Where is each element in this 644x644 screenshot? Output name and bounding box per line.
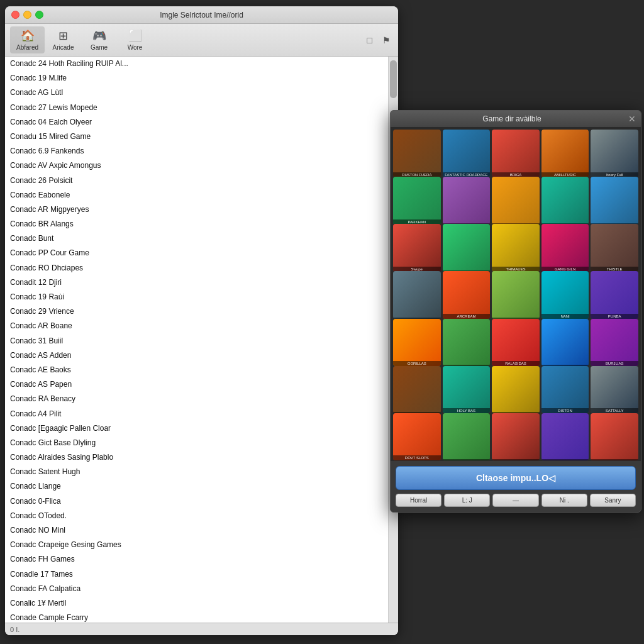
status-text: 0 I. [10, 626, 19, 633]
list-item[interactable]: Conadc 04 Ealch Olyeer [5, 115, 388, 130]
game-tile[interactable]: NANI [541, 271, 589, 319]
list-item[interactable]: Conadc OToded. [5, 509, 388, 523]
tile-label: NANI [541, 314, 589, 319]
game-tile[interactable]: RUSTON FUERA [393, 130, 441, 177]
game-tile[interactable]: SATTALLY [591, 366, 638, 414]
dialog-secondary-button[interactable]: Ni . [541, 494, 587, 507]
game-tile[interactable] [443, 177, 491, 225]
game-tile[interactable]: PARKHAN [393, 177, 441, 225]
list-item[interactable]: Conadc A4 Pilit [5, 407, 388, 421]
toolbar-abfared[interactable]: 🏠 Abfared [10, 26, 45, 53]
list-item[interactable]: Conade Cample Fcarry [5, 611, 388, 623]
dialog-close-button[interactable]: ✕ [628, 114, 636, 124]
list-item[interactable]: Conadc PP Cour Game [5, 246, 388, 260]
view-button[interactable]: □ [365, 34, 375, 47]
list-item[interactable]: Conadc 19 M.life [5, 71, 388, 86]
close-button[interactable] [11, 11, 19, 19]
game-tile[interactable] [591, 177, 638, 225]
dialog-secondary-button[interactable]: — [492, 494, 538, 507]
dialog-secondary-button[interactable]: L: J [444, 494, 490, 507]
list-item[interactable]: Conadc RA Benacy [5, 392, 388, 406]
list-item[interactable]: Conadc 26 Polsicit [5, 174, 388, 188]
list-panel[interactable]: Conadc 24 Hoth Raciling RUIP Al...Conadc… [5, 57, 389, 623]
game-tile[interactable]: BURJLIAS [591, 319, 638, 367]
list-item[interactable]: Conadc 31 Buiil [5, 334, 388, 348]
list-item[interactable]: Conadc [Egaagic Pallen Cloar [5, 421, 388, 436]
game-tile[interactable] [443, 319, 491, 367]
game-tile[interactable] [541, 413, 589, 461]
list-item[interactable]: Conadc 6.9 Fankends [5, 144, 388, 158]
game-tile[interactable]: GANG GILN [541, 224, 589, 272]
toolbar-wore[interactable]: ⬜ Wore [118, 26, 152, 53]
main-window: Imgle Selrictout Ime//orid 🏠 Abfared ⊞ A… [5, 6, 398, 635]
list-item[interactable]: Conadc FA Calpatica [5, 582, 388, 596]
dialog-title: Game dir avàilble [396, 114, 628, 123]
game-tile[interactable] [541, 177, 589, 225]
list-item[interactable]: Conadc 27 Lewis Mopede [5, 101, 388, 115]
flag-button[interactable]: ⚑ [380, 34, 393, 47]
list-item[interactable]: Conadc AS Papen [5, 377, 388, 392]
list-item[interactable]: Conadc FH Games [5, 552, 388, 567]
game-tile[interactable]: RALASIDAS [492, 319, 540, 367]
list-item[interactable]: Conadle 17 Tames [5, 567, 388, 582]
game-tile[interactable]: DOVT SLOTS [393, 413, 441, 461]
list-item[interactable]: Conadu 15 Mired Game [5, 130, 388, 144]
list-item[interactable]: Conadc Eabonele [5, 188, 388, 203]
game-tile[interactable]: FANTASTIC ROADRACE [443, 130, 491, 177]
list-item[interactable]: Conadc Satent Hugh [5, 465, 388, 479]
game-tile[interactable] [443, 413, 491, 461]
game-tile[interactable] [492, 366, 540, 414]
list-item[interactable]: Conadc AE Baoks [5, 363, 388, 377]
list-item[interactable]: Conadit 12 Djiri [5, 275, 388, 290]
list-item[interactable]: Conadc 19 Raùi [5, 290, 388, 304]
game-tile[interactable] [393, 271, 441, 319]
tile-label: DOVT SLOTS [393, 455, 441, 460]
scrollbar-thumb[interactable] [390, 60, 397, 98]
tile-label [591, 459, 638, 460]
list-item[interactable]: Conadc AR Migpyeryes [5, 203, 388, 217]
game-tile[interactable] [393, 366, 441, 414]
game-tile[interactable] [591, 413, 638, 461]
game-tile[interactable]: HOLY BAS [443, 366, 491, 414]
game-tile[interactable]: BRIGA [492, 130, 540, 177]
game-tile[interactable] [492, 271, 540, 319]
toolbar-arcade[interactable]: ⊞ Aricade [46, 26, 80, 53]
game-tile[interactable]: Itoery Full [591, 130, 638, 177]
game-tile[interactable]: Swupe [393, 224, 441, 272]
dialog-secondary-button[interactable]: Horral [396, 494, 441, 507]
list-item[interactable]: Conadc Alraides Sasing Plablo [5, 450, 388, 465]
game-tile[interactable]: GORILLAS [393, 319, 441, 367]
list-item[interactable]: Conadc 0-Flica [5, 494, 388, 509]
list-item[interactable]: Conadc AG Lùtl [5, 86, 388, 100]
game-tile[interactable]: DISTON [541, 366, 589, 414]
list-item[interactable]: Conadc AS Adden [5, 348, 388, 363]
game-tile[interactable]: PUNBA [591, 271, 638, 319]
list-item[interactable]: Conadc RO Dhciapes [5, 261, 388, 275]
dialog-main-button[interactable]: Cltaose impu..LO◁ [396, 466, 636, 490]
list-item[interactable]: Conalic 1¥ Mertil [5, 596, 388, 611]
game-tile[interactable] [492, 177, 540, 225]
game-tile[interactable]: AMILLTURIC [541, 130, 589, 177]
dialog-secondary-buttons: HorralL: J—Ni .Sanry [396, 494, 636, 507]
game-tile[interactable] [443, 224, 491, 272]
maximize-button[interactable] [35, 11, 43, 19]
list-item[interactable]: Conadc 24 Hoth Raciling RUIP Al... [5, 57, 388, 71]
list-item[interactable]: Conadc Crapeige Gesing Games [5, 538, 388, 552]
minimize-button[interactable] [23, 11, 31, 19]
list-item[interactable]: Conadc NO Minl [5, 523, 388, 538]
game-tile[interactable] [541, 319, 589, 367]
list-item[interactable]: Conadc Llange [5, 479, 388, 494]
game-tile[interactable]: THIMAUES [492, 224, 540, 272]
list-item[interactable]: Conadc Bunt [5, 231, 388, 246]
game-tile[interactable]: ARCREAM [443, 271, 491, 319]
game-tile[interactable] [492, 413, 540, 461]
list-item[interactable]: Conadc AV Axpic Amongus [5, 158, 388, 173]
game-tile[interactable]: THISTLE [591, 224, 638, 272]
list-item[interactable]: Conadc Gict Base Dlyling [5, 436, 388, 450]
list-item[interactable]: Conadc 29 Vrience [5, 304, 388, 319]
list-item[interactable]: Conadc AR Boane [5, 319, 388, 333]
list-item[interactable]: Conadc BR Alangs [5, 217, 388, 231]
toolbar-game[interactable]: 🎮 Game [82, 26, 116, 53]
traffic-lights [11, 11, 43, 19]
dialog-secondary-button[interactable]: Sanry [590, 494, 636, 507]
